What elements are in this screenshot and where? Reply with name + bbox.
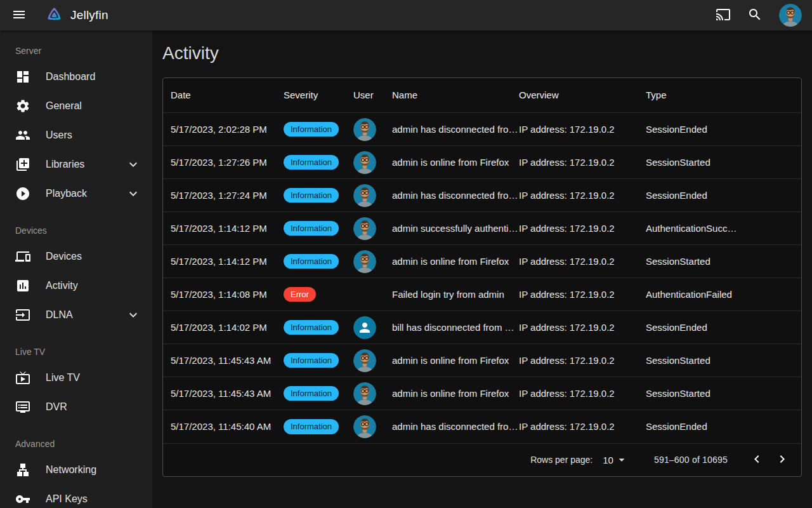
cell-severity: Information bbox=[284, 113, 353, 146]
severity-badge: Information bbox=[284, 386, 339, 401]
key-icon bbox=[15, 491, 30, 507]
play-circle-icon bbox=[15, 186, 30, 201]
sidebar-item-devices[interactable]: Devices bbox=[0, 242, 152, 271]
cell-severity: Information bbox=[284, 377, 353, 410]
cell-severity: Error bbox=[284, 278, 353, 311]
previous-page-button[interactable] bbox=[744, 447, 769, 472]
menu-button[interactable] bbox=[8, 3, 30, 28]
activity-table-card: DateSeverityUserNameOverviewType 5/17/20… bbox=[162, 77, 802, 477]
cell-overview: IP address: 172.19.0.2 bbox=[519, 113, 646, 146]
next-page-button[interactable] bbox=[769, 447, 795, 472]
sidebar-item-live-tv[interactable]: Live TV bbox=[0, 363, 152, 392]
app-body: ServerDashboardGeneralUsersLibrariesPlay… bbox=[0, 30, 812, 508]
chevron-right-icon bbox=[775, 451, 790, 469]
chevron-left-icon bbox=[749, 451, 764, 469]
chevron-down-icon bbox=[126, 307, 141, 323]
cell-severity: Information bbox=[284, 344, 353, 377]
cell-date: 5/17/2023, 2:02:28 PM bbox=[163, 113, 284, 146]
cell-severity: Information bbox=[284, 245, 353, 278]
cell-type: SessionEnded bbox=[646, 113, 801, 146]
sidebar-item-label: General bbox=[46, 100, 82, 112]
sidebar-item-label: Live TV bbox=[46, 372, 80, 384]
admin-avatar bbox=[353, 118, 376, 141]
sidebar-item-networking[interactable]: Networking bbox=[0, 455, 152, 485]
admin-avatar bbox=[353, 250, 376, 273]
cell-severity: Information bbox=[284, 311, 353, 344]
sidebar-item-api-keys[interactable]: API Keys bbox=[0, 485, 152, 508]
sidebar-item-users[interactable]: Users bbox=[0, 121, 152, 150]
sidebar-item-dlna[interactable]: DLNA bbox=[0, 300, 152, 330]
table-row: 5/17/2023, 1:14:12 PMInformation admin s… bbox=[163, 212, 801, 245]
cell-overview: IP address: 172.19.0.2 bbox=[519, 311, 646, 344]
sidebar-item-dashboard[interactable]: Dashboard bbox=[0, 62, 152, 91]
column-header-overview: Overview bbox=[519, 78, 646, 113]
cell-name: admin has disconnected fro… bbox=[392, 179, 519, 212]
cell-type: AuthenticationSucc… bbox=[646, 212, 801, 245]
severity-badge: Information bbox=[284, 122, 339, 137]
users-icon bbox=[15, 128, 30, 143]
table-row: 5/17/2023, 1:14:12 PMInformation admin i… bbox=[163, 245, 801, 278]
severity-badge: Information bbox=[284, 188, 339, 203]
cell-name: admin is online from Firefox bbox=[392, 146, 519, 179]
table-row: 5/17/2023, 11:45:43 AMInformation admin … bbox=[163, 344, 801, 377]
cell-type: SessionEnded bbox=[646, 311, 801, 344]
cell-name: admin is online from Firefox bbox=[392, 377, 519, 410]
rows-per-page-select[interactable]: 10 bbox=[603, 453, 629, 467]
cell-type: SessionStarted bbox=[646, 344, 801, 377]
cast-button[interactable] bbox=[712, 3, 735, 28]
table-row: 5/17/2023, 1:27:26 PMInformation admin i… bbox=[163, 146, 801, 179]
cell-user bbox=[353, 410, 392, 443]
sidebar-item-playback[interactable]: Playback bbox=[0, 179, 152, 208]
admin-avatar bbox=[353, 349, 376, 372]
user-avatar[interactable] bbox=[779, 4, 802, 27]
activity-table: DateSeverityUserNameOverviewType 5/17/20… bbox=[163, 78, 801, 443]
column-header-type: Type bbox=[646, 78, 801, 113]
severity-badge: Error bbox=[284, 287, 316, 302]
sidebar-item-label: Dashboard bbox=[46, 71, 95, 83]
sidebar-item-activity[interactable]: Activity bbox=[0, 271, 152, 300]
cell-overview: IP address: 172.19.0.2 bbox=[519, 410, 646, 443]
rows-per-page-label: Rows per page: bbox=[530, 455, 593, 465]
cell-date: 5/17/2023, 1:14:12 PM bbox=[163, 212, 284, 245]
jellyfin-logo bbox=[44, 6, 64, 25]
sidebar-item-libraries[interactable]: Libraries bbox=[0, 150, 152, 179]
table-row: 5/17/2023, 1:27:24 PMInformation admin h… bbox=[163, 179, 801, 212]
devices-icon bbox=[15, 249, 30, 264]
column-header-user: User bbox=[353, 78, 392, 113]
cell-type: SessionStarted bbox=[646, 245, 801, 278]
sidebar-section-title-live-tv: Live TV bbox=[0, 330, 152, 363]
cell-overview: IP address: 172.19.0.2 bbox=[519, 278, 646, 311]
severity-badge: Information bbox=[284, 320, 339, 335]
cell-date: 5/17/2023, 1:14:02 PM bbox=[163, 311, 284, 344]
cell-name: Failed login try from admin bbox=[392, 278, 519, 311]
pagination-range: 591–600 of 10695 bbox=[654, 455, 728, 465]
cell-overview: IP address: 172.19.0.2 bbox=[519, 377, 646, 410]
admin-avatar bbox=[353, 415, 376, 438]
sidebar-item-label: Devices bbox=[46, 251, 82, 262]
table-row: 5/17/2023, 11:45:40 AMInformation admin … bbox=[163, 410, 801, 443]
search-button[interactable] bbox=[743, 3, 766, 28]
cell-overview: IP address: 172.19.0.2 bbox=[519, 179, 646, 212]
sidebar-item-label: Playback bbox=[46, 188, 87, 199]
cell-user bbox=[353, 278, 392, 311]
sidebar-item-label: API Keys bbox=[46, 493, 88, 505]
table-row: 5/17/2023, 11:45:43 AMInformation admin … bbox=[163, 377, 801, 410]
activity-icon bbox=[15, 278, 30, 293]
cell-type: SessionStarted bbox=[646, 146, 801, 179]
table-row: 5/17/2023, 2:02:28 PMInformation admin h… bbox=[163, 113, 801, 146]
cell-date: 5/17/2023, 1:14:12 PM bbox=[163, 245, 284, 278]
cell-severity: Information bbox=[284, 410, 353, 443]
search-icon bbox=[747, 7, 763, 24]
sidebar-item-general[interactable]: General bbox=[0, 91, 152, 121]
sidebar-item-label: DVR bbox=[46, 401, 67, 413]
cell-user bbox=[353, 377, 392, 410]
page-title: Activity bbox=[162, 43, 802, 64]
severity-badge: Information bbox=[284, 353, 339, 368]
cell-type: SessionEnded bbox=[646, 410, 801, 443]
cell-date: 5/17/2023, 1:27:26 PM bbox=[163, 146, 284, 179]
cell-severity: Information bbox=[284, 212, 353, 245]
cell-type: AuthenticationFailed bbox=[646, 278, 801, 311]
cast-icon bbox=[716, 7, 731, 24]
sidebar-item-dvr[interactable]: DVR bbox=[0, 392, 152, 422]
sidebar: ServerDashboardGeneralUsersLibrariesPlay… bbox=[0, 30, 152, 508]
